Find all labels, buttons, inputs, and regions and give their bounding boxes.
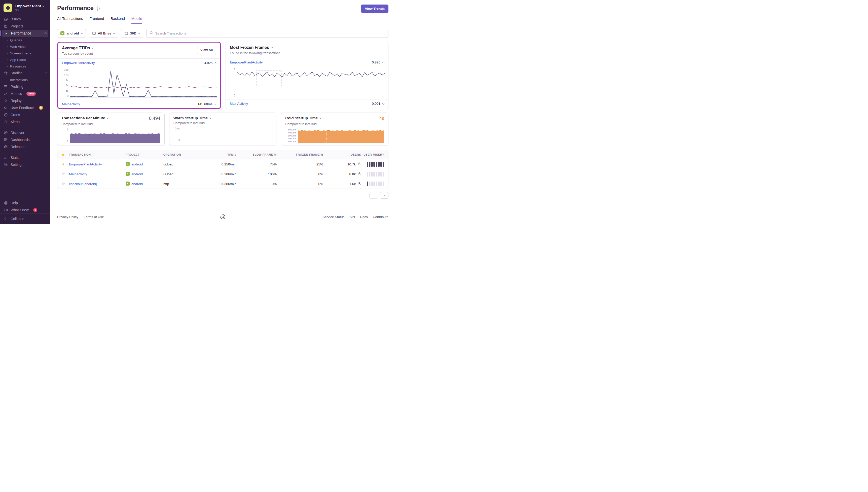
chevron-down-icon[interactable]	[215, 104, 216, 105]
search-icon	[150, 31, 153, 35]
tab-frontend[interactable]: Frontend	[90, 17, 104, 24]
warm-startup-title[interactable]: Warm Startup Time	[174, 116, 211, 120]
chevron-down-icon	[81, 33, 82, 34]
project-filter-dropdown[interactable]: android	[57, 29, 86, 38]
table-row: ☆ checkout [android] android http 0.0386…	[57, 179, 388, 189]
search-input[interactable]	[155, 31, 385, 35]
sidebar-item-profiling[interactable]: Profiling	[0, 83, 50, 90]
sidebar-item-help[interactable]: Help	[0, 199, 50, 206]
tab-backend[interactable]: Backend	[110, 17, 125, 24]
docs-link[interactable]: Docs	[360, 215, 368, 219]
sidebar-item-replays[interactable]: Replays	[0, 97, 50, 104]
sidebar-item-metrics[interactable]: Metrics beta	[0, 90, 50, 97]
beta-badge: beta	[26, 92, 36, 96]
star-toggle[interactable]: ☆	[61, 182, 69, 186]
sentry-logo-icon	[220, 214, 226, 220]
sidebar-item-label: Screen Loads	[10, 51, 31, 55]
column-header-operation: Operation	[163, 153, 202, 156]
sidebar-nav: Issues Projects Performance Queries Web …	[0, 15, 50, 214]
panel-subtitle: Top screens by count	[62, 52, 94, 55]
project-link[interactable]: android	[131, 172, 143, 176]
sidebar-item-screen-loads[interactable]: Screen Loads	[0, 50, 50, 56]
users-cell: 8.8k	[323, 172, 361, 176]
sidebar-item-performance[interactable]: Performance	[2, 30, 48, 37]
sidebar-item-whats-new[interactable]: What's new 5	[0, 206, 50, 214]
service-status-link[interactable]: Service Status	[323, 215, 344, 219]
cold-startup-title[interactable]: Cold Startup Time	[285, 116, 321, 120]
transaction-link[interactable]: EmpowerPlantActivity	[69, 163, 126, 166]
y-tick: 1ms	[175, 127, 180, 130]
project-link[interactable]: android	[131, 163, 143, 166]
sidebar-item-starfish[interactable]: Starfish	[0, 70, 50, 77]
transaction-link[interactable]: checkout [android]	[69, 182, 126, 186]
sidebar-item-resources[interactable]: Resources	[0, 63, 50, 70]
project-link[interactable]: android	[131, 182, 143, 186]
sidebar-item-queries[interactable]: Queries	[0, 37, 50, 43]
chevron-up-icon[interactable]	[45, 72, 47, 74]
next-page-button[interactable]	[380, 192, 388, 199]
sidebar-item-dashboards[interactable]: Dashboards	[0, 136, 50, 143]
y-tick: 0	[67, 140, 68, 143]
transaction-link[interactable]: EmpowerPlantActivity	[230, 60, 263, 64]
sidebar-item-label: Resources	[10, 65, 26, 68]
transaction-link[interactable]: MainActivity	[69, 172, 126, 176]
contribute-link[interactable]: Contribute	[373, 215, 388, 219]
help-icon[interactable]	[96, 6, 100, 10]
date-filter-dropdown[interactable]: 30D	[121, 29, 143, 38]
view-all-button[interactable]: View All	[197, 46, 216, 54]
transaction-link[interactable]: MainActivity	[62, 102, 80, 106]
sidebar-item-stats[interactable]: Stats	[0, 154, 50, 161]
sidebar-item-app-starts[interactable]: App Starts	[0, 56, 50, 63]
sidebar-item-interactions[interactable]: Interactions	[0, 77, 50, 83]
transaction-value: 0.826	[372, 60, 380, 64]
org-switcher[interactable]: Empower Plant Nar	[0, 0, 50, 15]
sidebar-item-user-feedback[interactable]: User Feedback B	[0, 104, 50, 111]
cold-startup-value: 4s	[379, 116, 384, 121]
most-frozen-frames-title[interactable]: Most Frozen Frames	[230, 45, 280, 50]
tab-all-transactions[interactable]: All Transactions	[57, 17, 83, 24]
chevron-down-icon[interactable]	[383, 103, 384, 104]
chevron-down-icon	[92, 48, 94, 49]
sidebar-item-projects[interactable]: Projects	[0, 23, 50, 30]
column-header-tpm[interactable]: TPM	[202, 153, 236, 156]
chevron-up-icon[interactable]	[215, 62, 216, 64]
env-filter-dropdown[interactable]: All Envs	[89, 29, 118, 38]
user-misery-bars	[361, 172, 384, 176]
chevron-up-icon[interactable]	[45, 32, 46, 34]
y-tick: 12s	[64, 74, 69, 77]
terms-of-use-link[interactable]: Terms of Use	[84, 215, 104, 219]
sidebar-item-crons[interactable]: Crons	[0, 111, 50, 118]
prev-page-button[interactable]	[369, 192, 378, 199]
chart-area: 15s 12s 9s 6s 3s 0	[58, 67, 220, 100]
tab-mobile[interactable]: Mobile	[131, 17, 142, 24]
sidebar-item-web-vitals[interactable]: Web Vitals	[0, 43, 50, 50]
sidebar-item-alerts[interactable]: Alerts	[0, 118, 50, 125]
star-to ggle[interactable]: ★	[61, 162, 69, 166]
issues-icon	[3, 17, 8, 21]
api-link[interactable]: API	[350, 215, 355, 219]
privacy-policy-link[interactable]: Privacy Policy	[57, 215, 78, 219]
sidebar-item-releases[interactable]: Releases	[0, 143, 50, 150]
chevron-down-icon	[43, 5, 44, 6]
sidebar-item-issues[interactable]: Issues	[0, 16, 50, 23]
sidebar-item-settings[interactable]: Settings	[0, 161, 50, 168]
users-cell: 1.6k	[323, 182, 361, 186]
most-frozen-frames-chart	[237, 68, 385, 97]
play-icon	[3, 99, 8, 103]
sidebar-item-discover[interactable]: Discover	[0, 129, 50, 136]
sidebar-item-label: Web Vitals	[10, 45, 26, 49]
chevron-up-icon[interactable]	[383, 62, 384, 64]
star-toggle[interactable]: ☆	[61, 172, 69, 176]
transaction-link[interactable]: MainActivity	[230, 102, 248, 105]
sidebar-item-label: Projects	[10, 24, 23, 28]
android-project-icon	[126, 172, 130, 176]
table-row: ☆ MainActivity android ui.load 0.206/min…	[57, 169, 388, 179]
transaction-link[interactable]: EmpowerPlantActivity	[62, 61, 95, 65]
tpm-title[interactable]: Transactions Per Minute	[61, 116, 108, 120]
bullet-icon	[7, 46, 7, 47]
org-subtitle: Nar	[15, 8, 44, 11]
view-trends-button[interactable]: View Trends	[361, 4, 388, 13]
sidebar-collapse-button[interactable]: Collapse	[0, 214, 50, 224]
average-ttids-title[interactable]: Average TTIDs	[62, 46, 94, 50]
sidebar-item-label: App Starts	[10, 58, 26, 62]
